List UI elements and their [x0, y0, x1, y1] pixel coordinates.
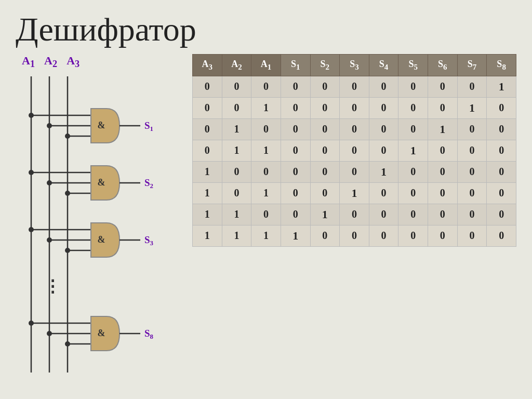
table-cell: 0 — [222, 182, 251, 204]
page-title: Дешифратор — [16, 10, 516, 49]
table-cell: 0 — [487, 182, 516, 204]
circuit-area: A1 A2 A3 — [16, 54, 182, 377]
col-header-s3: S3 — [340, 55, 369, 76]
table-cell: 1 — [457, 97, 487, 118]
svg-text:&: & — [98, 328, 105, 338]
table-row: 01100001000 — [193, 140, 516, 161]
table-cell: 0 — [281, 97, 310, 118]
label-a3: A3 — [66, 54, 79, 70]
table-cell: 0 — [310, 97, 340, 118]
table-cell: 0 — [340, 161, 369, 182]
table-cell: 0 — [310, 76, 340, 97]
table-cell: 0 — [222, 161, 251, 182]
table-cell: 0 — [340, 225, 369, 246]
table-cell: 0 — [340, 204, 369, 225]
table-cell: 0 — [457, 140, 487, 161]
table-cell: 1 — [193, 161, 222, 182]
table-row: 11110000000 — [193, 225, 516, 246]
svg-text:S3: S3 — [144, 234, 154, 247]
input-labels: A1 A2 A3 — [16, 54, 182, 70]
table-cell: 0 — [398, 225, 428, 246]
svg-text:S2: S2 — [144, 177, 153, 190]
table-cell: 0 — [310, 118, 340, 140]
table-cell: 0 — [251, 161, 281, 182]
table-cell: 0 — [457, 76, 487, 97]
table-cell: 0 — [281, 118, 310, 140]
svg-point-24 — [29, 227, 34, 232]
svg-point-8 — [65, 134, 70, 139]
svg-text:S1: S1 — [144, 120, 153, 132]
circuit-diagram: & S1 & S2 — [16, 74, 177, 375]
svg-point-26 — [65, 248, 70, 253]
svg-text:&: & — [98, 120, 105, 130]
table-cell: 1 — [398, 140, 428, 161]
table-cell: 0 — [310, 225, 340, 246]
svg-point-25 — [47, 237, 52, 243]
svg-point-7 — [47, 123, 52, 128]
col-header-s1: S1 — [281, 55, 310, 76]
table-cell: 1 — [251, 225, 281, 246]
svg-text:&: & — [98, 177, 105, 188]
table-cell: 0 — [281, 140, 310, 161]
col-header-a1: A1 — [251, 55, 281, 76]
table-cell: 0 — [487, 97, 516, 118]
table-cell: 1 — [251, 140, 281, 161]
table-cell: 1 — [281, 225, 310, 246]
table-cell: 0 — [428, 182, 458, 204]
table-row: 01000000100 — [193, 118, 516, 140]
table-cell: 0 — [222, 97, 251, 118]
table-cell: 0 — [310, 140, 340, 161]
table-cell: 0 — [251, 204, 281, 225]
table-cell: 0 — [251, 76, 281, 97]
col-header-s4: S4 — [369, 55, 398, 76]
table-cell: 0 — [340, 97, 369, 118]
table-cell: 0 — [428, 161, 458, 182]
table-cell: 0 — [369, 182, 398, 204]
svg-text:⋮: ⋮ — [44, 277, 61, 296]
table-cell: 0 — [428, 76, 458, 97]
table-row: 00000000001 — [193, 76, 516, 97]
table-cell: 0 — [487, 140, 516, 161]
svg-text:S8: S8 — [144, 328, 154, 340]
table-cell: 1 — [310, 204, 340, 225]
table-cell: 0 — [398, 182, 428, 204]
table-cell: 0 — [340, 140, 369, 161]
col-header-s8: S8 — [487, 55, 516, 76]
table-cell: 1 — [222, 225, 251, 246]
table-cell: 0 — [428, 204, 458, 225]
table-cell: 0 — [398, 118, 428, 140]
col-header-a2: A2 — [222, 55, 251, 76]
table-cell: 0 — [369, 225, 398, 246]
table-cell: 0 — [281, 204, 310, 225]
col-header-a3: A3 — [193, 55, 222, 76]
table-row: 10000010000 — [193, 161, 516, 182]
main-content: A1 A2 A3 — [16, 54, 516, 377]
table-cell: 0 — [310, 182, 340, 204]
table-cell: 0 — [281, 76, 310, 97]
label-a1: A1 — [22, 54, 35, 70]
table-cell: 0 — [340, 76, 369, 97]
table-cell: 0 — [457, 204, 487, 225]
table-cell: 0 — [457, 161, 487, 182]
table-cell: 0 — [398, 161, 428, 182]
truth-table-container: A3 A2 A1 S1 S2 S3 S4 S5 S6 S7 S8 0000000… — [192, 54, 516, 247]
table-cell: 0 — [428, 225, 458, 246]
table-cell: 0 — [487, 204, 516, 225]
table-cell: 1 — [222, 204, 251, 225]
table-cell: 1 — [251, 182, 281, 204]
table-cell: 0 — [369, 97, 398, 118]
table-cell: 0 — [369, 76, 398, 97]
col-header-s2: S2 — [310, 55, 340, 76]
table-cell: 1 — [193, 225, 222, 246]
table-cell: 0 — [487, 161, 516, 182]
svg-point-34 — [29, 321, 34, 326]
table-cell: 0 — [193, 97, 222, 118]
table-cell: 0 — [193, 140, 222, 161]
col-header-s6: S6 — [428, 55, 458, 76]
table-cell: 0 — [457, 118, 487, 140]
table-cell: 1 — [193, 204, 222, 225]
svg-point-17 — [65, 191, 70, 196]
table-cell: 0 — [222, 76, 251, 97]
table-cell: 0 — [398, 204, 428, 225]
table-cell: 0 — [369, 118, 398, 140]
